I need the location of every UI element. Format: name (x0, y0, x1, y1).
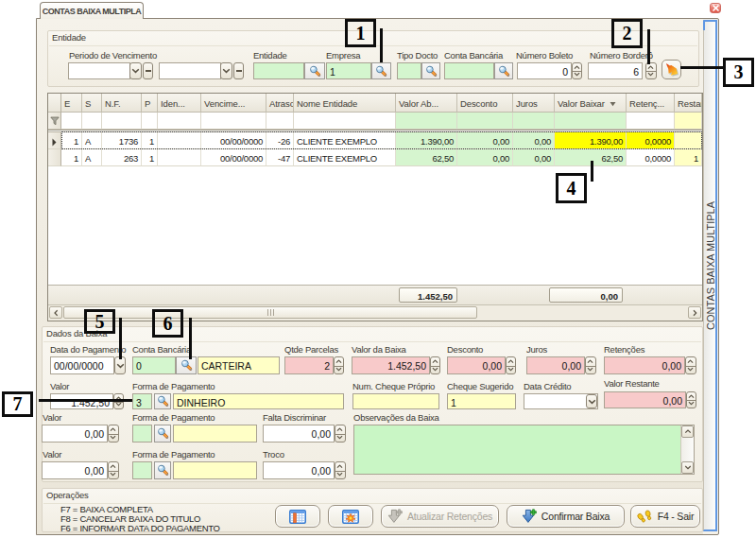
periodo-inicio-dropdown-button[interactable] (129, 62, 142, 79)
valor3-spinner[interactable] (108, 461, 119, 479)
grid-horizontal-scrollbar[interactable] (48, 304, 702, 321)
forma2-desc[interactable] (173, 425, 257, 443)
periodo-fim-clear-button[interactable] (233, 62, 244, 79)
confirmar-baixa-button[interactable]: Confirmar Baixa (507, 505, 625, 528)
valor3-input[interactable]: 0,00 (42, 461, 108, 479)
grid-filter-cell[interactable] (82, 113, 102, 130)
tab-contas-baixa-multipla[interactable]: CONTAS BAIXA MULTIPLA (40, 2, 144, 19)
retencoes-spinner[interactable] (685, 356, 696, 374)
entidade-input[interactable] (253, 62, 304, 79)
dados-conta-bancaria-input[interactable]: 0 (132, 356, 176, 374)
tipo-docto-input[interactable] (397, 62, 421, 79)
observacoes-scrollbar[interactable] (680, 425, 694, 474)
grid-cell[interactable]: A (82, 132, 102, 149)
conta-bancaria-lookup-button[interactable] (494, 62, 513, 79)
grid-cell[interactable]: 1.390,00 (396, 132, 457, 149)
grid-filter-cell[interactable] (513, 113, 555, 130)
grid-column-header-n-f-[interactable]: N.F. (102, 94, 142, 113)
grid-filter-cell[interactable] (675, 113, 702, 130)
dados-conta-bancaria-desc[interactable]: CARTEIRA (198, 356, 280, 374)
scrollbar-right-button[interactable] (688, 306, 701, 319)
grid-cell[interactable]: 1.390,00 (555, 132, 627, 149)
grid-column-header-s[interactable]: S (82, 94, 102, 113)
forma1-input[interactable]: 3 (132, 393, 152, 409)
grid-filter-cell[interactable] (457, 113, 513, 130)
grid-column-header-desconto[interactable]: Desconto (457, 94, 513, 113)
valor2-input[interactable]: 0,00 (42, 425, 108, 443)
qtde-parcelas-input[interactable]: 2 (284, 356, 334, 374)
grid-cell[interactable]: CLIENTE EXEMPLO (294, 132, 396, 149)
forma2-lookup-button[interactable] (154, 425, 171, 443)
grid-column-header-nome-entidade[interactable]: Nome Entidade (294, 94, 396, 113)
numero-boleto-input[interactable]: 0 (517, 62, 572, 79)
valor2-spinner[interactable] (108, 425, 119, 443)
grid-cell[interactable]: 1 (61, 149, 82, 166)
grid-cell[interactable] (675, 132, 702, 149)
grid-cell[interactable]: 62,50 (396, 149, 457, 166)
data-credito-dropdown-button[interactable] (586, 394, 597, 408)
dados-juros-input[interactable]: 0,00 (526, 356, 585, 374)
forma2-input[interactable] (132, 425, 152, 443)
valor-restante-input[interactable]: 0,00 (604, 391, 686, 408)
grid-cell[interactable] (158, 149, 201, 166)
dados-juros-spinner[interactable] (585, 356, 596, 374)
grid-column-header-vencime-[interactable]: Vencime... (201, 94, 266, 113)
observacoes-scroll-up-button[interactable] (681, 425, 694, 438)
valor-baixa-spinner[interactable] (430, 356, 440, 374)
grid-cell[interactable]: 0,0000 (627, 132, 675, 149)
vertical-tab-contas-baixa-multipla[interactable]: CONTAS BAIXA MULTIPLA (703, 201, 717, 330)
grid-filter-cell[interactable] (61, 113, 82, 130)
grid-column-header-restan-[interactable]: Restan... (675, 94, 702, 113)
grid-filter-cell[interactable] (294, 113, 396, 130)
grid-cell[interactable]: -47 (266, 149, 294, 166)
grid-settings-button[interactable] (328, 505, 373, 528)
observacoes-scroll-down-button[interactable] (681, 461, 694, 474)
periodo-fim-dropdown-button[interactable] (220, 62, 232, 79)
periodo-inicio-input[interactable] (68, 62, 130, 79)
qtde-parcelas-spinner[interactable] (334, 356, 344, 374)
num-cheque-input[interactable] (352, 393, 439, 409)
valor-restante-spinner[interactable] (686, 391, 696, 408)
close-button[interactable] (710, 3, 721, 13)
numero-bordero-input[interactable]: 6 (588, 62, 643, 79)
grid-cell[interactable]: 0,00 (513, 132, 555, 149)
forma1-desc[interactable]: DINHEIRO (173, 393, 344, 409)
periodo-inicio-clear-button[interactable] (143, 62, 153, 79)
scrollbar-left-button[interactable] (49, 306, 62, 319)
retencoes-input[interactable]: 0,00 (604, 356, 685, 374)
entidade-lookup-button[interactable] (304, 62, 325, 79)
grid-cell[interactable]: 1 (142, 132, 158, 149)
troco-input[interactable]: 0,00 (263, 461, 335, 479)
falta-discriminar-input[interactable]: 0,00 (263, 425, 335, 443)
grid-column-header-e[interactable]: E (61, 94, 82, 113)
forma3-lookup-button[interactable] (154, 461, 171, 479)
dados-desconto-spinner[interactable] (506, 356, 516, 374)
grid-column-header-iden-[interactable]: Iden... (158, 94, 201, 113)
grid-cell[interactable]: 00/00/0000 (201, 132, 266, 149)
grid-cell[interactable]: 263 (102, 149, 142, 166)
grid-filter-cell[interactable] (142, 113, 158, 130)
empresa-lookup-button[interactable] (371, 62, 391, 79)
empresa-input[interactable]: 1 (326, 62, 371, 79)
grid-filter-cell[interactable] (201, 113, 266, 130)
troco-spinner[interactable] (335, 461, 346, 479)
numero-boleto-spinner[interactable] (572, 62, 582, 79)
sair-button[interactable]: F4 - Sair (630, 505, 700, 528)
observacoes-textarea[interactable] (353, 425, 695, 475)
periodo-fim-input[interactable] (159, 62, 221, 79)
tipo-docto-lookup-button[interactable] (421, 62, 440, 79)
grid-cell[interactable]: 00/00/0000 (201, 149, 266, 166)
grid-cell[interactable]: 0,00 (457, 149, 513, 166)
grid-cell[interactable]: -26 (266, 132, 294, 149)
forma3-input[interactable] (132, 461, 152, 479)
grid-filter-cell[interactable] (102, 113, 142, 130)
grid-data-row-1[interactable]: 1A1736100/00/0000-26CLIENTE EXEMPLO1.390… (48, 132, 702, 149)
dados-conta-bancaria-lookup-button[interactable] (176, 356, 197, 374)
forma1-lookup-button[interactable] (154, 393, 171, 409)
forma3-desc[interactable] (173, 461, 257, 479)
grid-column-header-valor-baixar[interactable]: Valor Baixar (555, 94, 627, 113)
grid-cell[interactable]: CLIENTE EXEMPLO (294, 149, 396, 166)
scrollbar-thumb[interactable] (63, 306, 477, 319)
grid-data-row-2[interactable]: 1A263100/00/0000-47CLIENTE EXEMPLO62,500… (48, 149, 702, 166)
process-bordero-button[interactable] (662, 60, 681, 79)
